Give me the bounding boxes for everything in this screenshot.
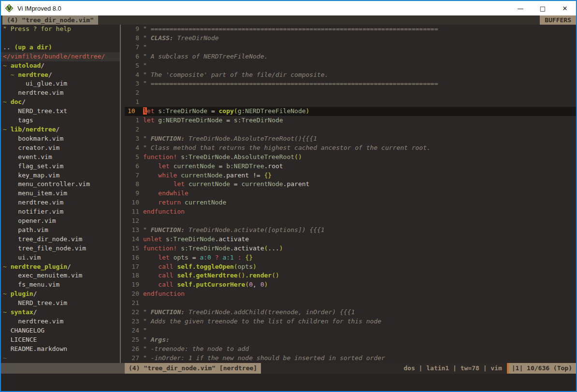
code-segment xyxy=(162,235,166,243)
nerdtree-item[interactable]: event.vim xyxy=(1,153,120,162)
nerdtree-item[interactable]: flag_set.vim xyxy=(1,162,120,171)
editor-line[interactable]: 9" =====================================… xyxy=(125,25,576,34)
nerdtree-item[interactable]: ui_glue.vim xyxy=(1,79,120,88)
code-segment xyxy=(3,199,18,206)
nerdtree-item[interactable]: ~ syntax/ xyxy=(1,308,120,317)
nerdtree-item[interactable]: tree_file_node.vim xyxy=(1,244,120,253)
editor-line[interactable]: 5function! s:TreeDirNode.AbsoluteTreeRoo… xyxy=(125,153,576,162)
nerdtree-item[interactable]: creator.vim xyxy=(1,144,120,153)
editor-line[interactable]: 11endfunction xyxy=(125,207,576,217)
editor-line[interactable]: 9 endwhile xyxy=(125,189,576,198)
nerdtree-item[interactable]: menu_item.vim xyxy=(1,189,120,198)
editor-line[interactable]: 6 let currentNode = b:NERDTree.root xyxy=(125,162,576,171)
editor-line[interactable]: 10 return currentNode xyxy=(125,198,576,207)
nerdtree-item[interactable] xyxy=(1,34,120,43)
editor-line[interactable]: 20endfunction xyxy=(125,290,576,299)
nerdtree-item[interactable]: NERD_tree.vim xyxy=(1,299,120,308)
code-segment: copy xyxy=(219,107,234,115)
editor-line[interactable]: 13" FUNCTION: TreeDirNode.activate([opti… xyxy=(125,226,576,235)
editor-line[interactable]: 22" FUNCTION: TreeDirNode.addChild(treen… xyxy=(125,308,576,317)
nerdtree-item[interactable]: .. (up a dir) xyxy=(1,43,120,52)
editor-line[interactable]: 17 call self.toggleOpen(opts) xyxy=(125,262,576,272)
editor-line[interactable]: 26" -treenode: the node to add xyxy=(125,345,576,354)
editor-line[interactable]: 4" The 'composite' part of the file/dir … xyxy=(125,71,576,80)
editor-line[interactable]: 16 let opts = a:0 ? a:1 : {} xyxy=(125,253,576,262)
editor-line[interactable]: 12 xyxy=(125,217,576,226)
close-button[interactable]: ✕ xyxy=(554,1,576,15)
nerdtree-item[interactable]: ~ lib/nerdtree/ xyxy=(1,125,120,134)
window-title: Vi IMproved 8.0 xyxy=(17,5,61,12)
nerdtree-item[interactable]: tags xyxy=(1,116,120,125)
editor-line[interactable]: 24" xyxy=(125,326,576,335)
editor-line[interactable]: 1 xyxy=(125,98,576,107)
editor-line[interactable]: 21 xyxy=(125,299,576,308)
code-segment: () xyxy=(272,272,279,279)
editor-line[interactable]: 23" Adds the given treenode to the list … xyxy=(125,317,576,326)
nerdtree-item[interactable]: LICENCE xyxy=(1,335,120,345)
editor-line[interactable]: 5" xyxy=(125,61,576,71)
editor-line[interactable]: 10let s:TreeDirNode = copy(g:NERDTreeFil… xyxy=(125,107,576,116)
line-content: function! s:TreeDirNode.activate(...) xyxy=(143,245,283,252)
editor-line[interactable]: 3" FUNCTION: TreeDirNode.AbsoluteTreeRoo… xyxy=(125,134,576,144)
line-number: 17 xyxy=(127,262,139,272)
editor-line[interactable]: 15function! s:TreeDirNode.activate(...) xyxy=(125,244,576,253)
nerdtree-item[interactable]: exec_menuitem.vim xyxy=(1,271,120,280)
nerdtree-item[interactable]: " Press ? for help xyxy=(1,25,120,34)
maximize-button[interactable]: □ xyxy=(532,1,554,15)
editor-line[interactable]: 8" CLASS: TreeDirNode xyxy=(125,34,576,43)
code-segment: LICENCE xyxy=(11,336,37,343)
nerdtree-item[interactable]: NERD_tree.txt xyxy=(1,107,120,116)
nerdtree-item[interactable]: tree_dir_node.vim xyxy=(1,235,120,244)
code-segment: currentNode xyxy=(242,180,283,188)
nerdtree-item[interactable]: ~ autoload/ xyxy=(1,61,120,71)
editor-line[interactable]: 7" xyxy=(125,43,576,52)
nerdtree-item[interactable]: path.vim xyxy=(1,226,120,235)
editor-line[interactable]: 18 call self.getNerdtree().render() xyxy=(125,271,576,280)
nerdtree-item[interactable]: ~ doc/ xyxy=(1,98,120,107)
editor-line[interactable]: 27" -inOrder: 1 if the new node should b… xyxy=(125,354,576,363)
line-content: let opts = a:0 ? a:1 : {} xyxy=(143,254,253,261)
code-segment xyxy=(3,272,18,279)
nerdtree-item[interactable]: CHANGELOG xyxy=(1,326,120,335)
code-segment: (up a dir) xyxy=(14,44,52,51)
nerdtree-item[interactable]: menu_controller.vim xyxy=(1,180,120,189)
nerdtree-item[interactable]: opener.vim xyxy=(1,217,120,226)
nerdtree-item[interactable]: README.markdown xyxy=(1,345,120,354)
code-segment: nerdtree xyxy=(18,71,48,78)
editor-line[interactable]: 14unlet s:TreeDirNode.activate xyxy=(125,235,576,244)
line-number: 10 xyxy=(127,198,139,207)
vim-logo-icon: V xyxy=(5,4,14,13)
nerdtree-item[interactable]: ~ nerdtree/ xyxy=(1,71,120,80)
editor-line[interactable]: 1let g:NERDTreeDirNode = s:TreeDirNode xyxy=(125,116,576,125)
nerdtree-item[interactable]: key_map.vim xyxy=(1,171,120,180)
line-number: 1 xyxy=(127,98,139,107)
nerdtree-item[interactable]: nerdtree.vim xyxy=(1,317,120,326)
nerdtree-item[interactable]: fs_menu.vim xyxy=(1,280,120,290)
editor-line[interactable]: 8 let currentNode = currentNode.parent xyxy=(125,180,576,189)
nerdtree-item[interactable]: ui.vim xyxy=(1,253,120,262)
nerdtree-item[interactable]: nerdtree.vim xyxy=(1,198,120,207)
code-segment: / xyxy=(33,308,37,316)
editor-line[interactable]: 2 xyxy=(125,88,576,98)
nerdtree-item[interactable]: ~ xyxy=(1,354,120,363)
code-segment: {} xyxy=(245,254,253,261)
editor-line[interactable]: 25" Args: xyxy=(125,335,576,345)
nerdtree-item[interactable]: nerdtree.vim xyxy=(1,88,120,98)
editor-line[interactable]: 4" Class method that returns the highest… xyxy=(125,144,576,153)
editor-line[interactable]: 3" =====================================… xyxy=(125,79,576,88)
line-content: return currentNode xyxy=(143,199,226,206)
nerdtree-item[interactable]: ~ plugin/ xyxy=(1,290,120,299)
line-content: " ======================================… xyxy=(143,80,438,87)
minimize-button[interactable]: — xyxy=(509,1,532,15)
code-segment: " xyxy=(143,308,151,316)
nerdtree-item[interactable]: </vimfiles/bundle/nerdtree/ xyxy=(1,52,120,61)
editor-line[interactable]: 2 xyxy=(125,125,576,134)
window-separator[interactable] xyxy=(120,25,125,363)
nerdtree-item[interactable]: bookmark.vim xyxy=(1,134,120,144)
tab-tree-dir-node[interactable]: (4) "tree_dir_node.vim" xyxy=(2,15,98,25)
nerdtree-item[interactable]: notifier.vim xyxy=(1,207,120,217)
editor-line[interactable]: 19 call self.putCursorHere(0, 0) xyxy=(125,280,576,290)
editor-line[interactable]: 6" A subclass of NERDTreeFileNode. xyxy=(125,52,576,61)
nerdtree-item[interactable]: ~ nerdtree_plugin/ xyxy=(1,262,120,272)
editor-line[interactable]: 7 while currentNode.parent != {} xyxy=(125,171,576,180)
